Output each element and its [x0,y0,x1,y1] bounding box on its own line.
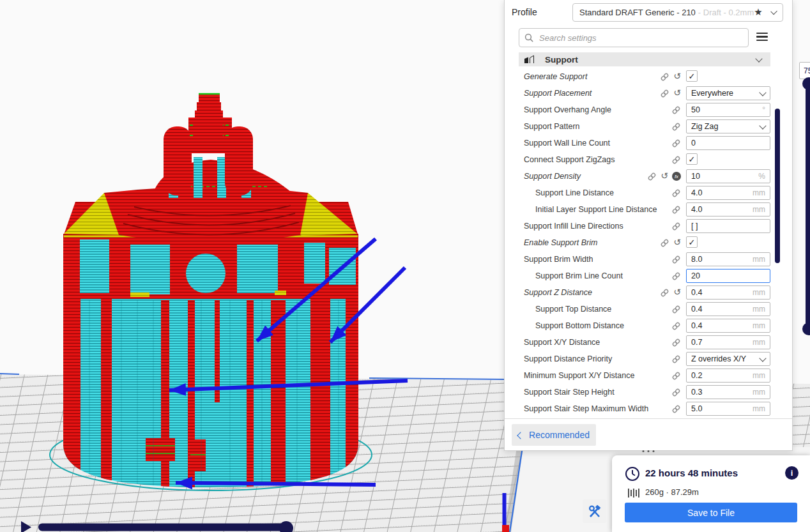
setting-checkbox[interactable]: ✓ [686,70,698,82]
revert-icon[interactable]: ↺ [673,238,681,247]
setting-label: Support Pattern [524,118,580,135]
setting-input[interactable]: 10% [686,169,770,183]
print-settings-panel: Profile Standard DRAFT Generic - 210 - D… [504,0,793,451]
setting-input[interactable]: 0 [686,136,770,150]
setting-label: Support Brim Width [524,251,593,268]
setting-unit: mm [753,205,765,214]
revert-icon[interactable]: ↺ [673,88,681,97]
setting-row: Support Z Distance↺0.4mm [505,284,793,301]
setting-input[interactable]: [ ] [686,219,770,233]
setting-input[interactable]: 0.3mm [686,385,770,399]
setting-checkbox[interactable]: ✓ [686,153,698,165]
setting-unit: ° [762,105,765,114]
link-icon [671,255,681,264]
profile-dropdown[interactable]: Standard DRAFT Generic - 210 - Draft - 0… [572,3,783,22]
setting-label: Support Density [524,168,581,185]
setting-row: Initial Layer Support Line Distance4.0mm [505,201,793,218]
category-header-support[interactable]: Support [519,52,770,66]
setting-icons [671,201,681,218]
build-volume-edge [0,374,19,374]
setting-label: Minimum Support X/Y Distance [524,367,634,384]
setting-icons [671,151,681,168]
setting-icons [671,301,681,317]
setting-icons [671,135,681,151]
category-title: Support [545,55,578,65]
link-icon [671,222,681,231]
function-icon: fx [672,172,681,181]
setting-value: [ ] [691,222,698,231]
setting-value: Everywhere [691,89,733,98]
menu-icon[interactable] [756,33,768,42]
setting-input[interactable]: 8.0mm [686,252,770,266]
link-icon [671,139,681,148]
search-icon [524,33,534,43]
setting-input[interactable]: 4.0mm [686,202,770,217]
setting-row: Support Density↺fx10% [505,168,793,185]
setting-icons [671,118,681,135]
setting-checkbox[interactable]: ✓ [686,236,698,248]
setting-dropdown[interactable]: Z overrides X/Y [686,352,770,366]
setting-label: Connect Support ZigZags [524,151,615,168]
setting-input[interactable]: 0.4mm [686,319,770,333]
setting-input[interactable]: 0.4mm [686,302,770,316]
revert-icon[interactable]: ↺ [673,287,681,296]
link-icon [671,305,681,314]
search-box[interactable] [519,28,749,47]
layer-slider[interactable] [806,82,810,331]
setting-input[interactable]: 50° [686,103,770,117]
simulation-track[interactable] [38,524,286,531]
revert-icon[interactable]: ↺ [661,171,668,180]
setting-value: 0.3 [691,388,702,397]
cura-window: 75 Profile Standard DRAFT Generic - 210 … [0,0,810,532]
setting-input[interactable]: 20 [686,269,770,283]
setting-value: 0.7 [691,338,702,347]
setting-input[interactable]: 0.4mm [686,285,770,300]
setting-row: Support Distance PriorityZ overrides X/Y [505,351,793,367]
setting-input[interactable]: 0.7mm [686,335,770,349]
setting-label: Support Infill Line Directions [524,218,623,234]
recommended-mode-button[interactable]: Recommended [512,424,596,446]
chevron-down-icon [759,122,766,129]
chevron-left-icon [517,432,524,439]
link-icon [671,388,681,397]
setting-icons [671,185,681,201]
search-input[interactable] [538,33,743,43]
setting-label: Support Stair Step Maximum Width [524,400,648,417]
settings-rows: Generate Support↺✓Support Placement↺Ever… [505,68,793,417]
setting-dropdown[interactable]: Zig Zag [686,119,770,133]
save-to-file-button[interactable]: Save to File [625,503,797,522]
setting-unit: mm [753,305,765,314]
setting-input[interactable]: 0.2mm [686,369,770,383]
setting-row: Support Top Distance0.4mm [505,301,793,317]
material-icon [627,487,640,499]
setting-label: Support Distance Priority [524,351,612,367]
setting-input[interactable]: 5.0mm [686,402,770,416]
star-icon[interactable]: ★ [754,8,762,17]
setting-unit: mm [753,371,765,380]
setting-row: Support Stair Step Height0.3mm [505,384,793,400]
setting-value: 0.2 [691,371,702,380]
profile-value: Standard DRAFT Generic - 210 [579,8,696,17]
setting-icons [671,102,681,118]
setting-dropdown[interactable]: Everywhere [686,86,770,100]
setting-icons: ↺ [660,234,681,251]
revert-icon[interactable]: ↺ [673,72,681,80]
print-time: 22 hours 48 minutes [645,467,738,478]
setting-unit: mm [753,188,765,197]
setting-value: Zig Zag [691,122,718,131]
setting-value: 20 [691,271,700,280]
panel-divider [505,418,792,419]
link-icon [660,89,669,98]
info-icon[interactable]: i [785,466,799,480]
print-settings-tools-button[interactable] [583,499,606,523]
link-icon [671,354,681,364]
setting-input[interactable]: 4.0mm [686,186,770,200]
arrow [176,483,376,485]
link-icon [671,371,681,381]
support-icon [524,54,535,65]
setting-label: Support Placement [524,85,592,102]
setting-label: Enable Support Brim [524,234,597,251]
settings-scrollbar[interactable] [775,109,780,263]
setting-label: Support Overhang Angle [524,102,611,118]
panel-resize-handle[interactable] [643,450,655,452]
